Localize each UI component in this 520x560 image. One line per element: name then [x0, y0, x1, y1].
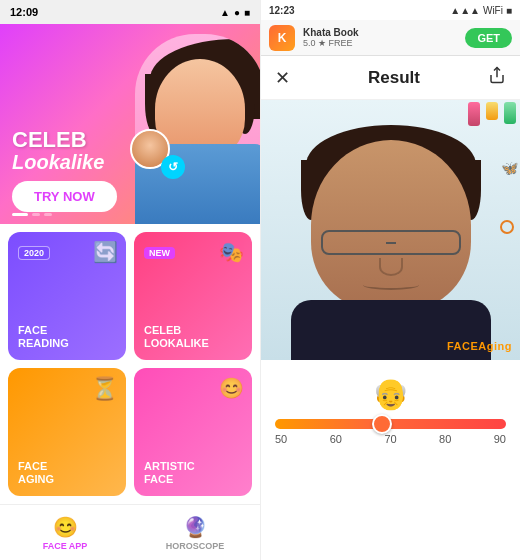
face-aging-watermark: FACEAging: [447, 340, 512, 352]
horoscope-icon: 🔮: [183, 515, 208, 539]
face-app-label: FACE APP: [43, 541, 88, 551]
face-image-area: 🦋 FACEAging: [261, 100, 520, 360]
hero-dot-1: [12, 213, 28, 216]
face-app-icon: 😊: [53, 515, 78, 539]
status-bar-left: 12:09 ▲ ● ■: [0, 0, 260, 24]
ad-get-button[interactable]: GET: [465, 28, 512, 48]
face-aging-label: FACEAGING: [18, 460, 116, 486]
face-reading-label: FACEREADING: [18, 324, 116, 350]
menu-item-artistic-face[interactable]: ARTISTICFACE 😊: [134, 368, 252, 496]
celeb-lookalike-badge: NEW: [144, 247, 175, 259]
hero-dot-3: [44, 213, 52, 216]
result-glasses: [321, 230, 461, 255]
butterfly-icon: 🦋: [501, 160, 518, 176]
signal-icon-right: ▲▲▲: [450, 5, 480, 16]
age-label-50: 50: [275, 433, 287, 445]
nav-item-horoscope[interactable]: 🔮 HOROSCOPE: [130, 515, 260, 551]
menu-item-face-aging[interactable]: FACEAGING ⏳: [8, 368, 126, 496]
close-button[interactable]: ✕: [275, 67, 290, 89]
ad-bar: K Khata Book 5.0 ★ FREE GET: [261, 20, 520, 56]
face-silhouette: [291, 120, 491, 360]
face-aging-icon: ⏳: [91, 376, 118, 402]
age-indicator: [372, 414, 392, 434]
age-label-90: 90: [494, 433, 506, 445]
status-icons-left: ▲ ● ■: [220, 7, 250, 18]
age-bar-container: 50 60 70 80 90: [275, 419, 506, 445]
hero-lookalike-label: Lookalike: [12, 151, 117, 173]
ad-app-icon: K: [269, 25, 295, 51]
grid-menu: 2020 FACEREADING 🔄 NEW CELEBLOOKALIKE 🎭 …: [0, 224, 260, 504]
battery-icon-right: ■: [506, 5, 512, 16]
left-panel: 12:09 ▲ ● ■ ↺ CELEB Lookalike TRY NOW: [0, 0, 260, 560]
age-label-80: 80: [439, 433, 451, 445]
menu-item-celeb-lookalike[interactable]: NEW CELEBLOOKALIKE 🎭: [134, 232, 252, 360]
hero-dot-2: [32, 213, 40, 216]
result-title: Result: [300, 68, 488, 88]
deco-item-3: [504, 102, 516, 124]
arrow-icon: ↺: [161, 155, 185, 179]
artistic-face-label: ARTISTICFACE: [144, 460, 242, 486]
result-header: ✕ Result: [261, 56, 520, 100]
celeb-lookalike-icon: 🎭: [219, 240, 244, 264]
age-emoji: 👴: [372, 376, 409, 411]
battery-icon: ■: [244, 7, 250, 18]
signal-icon: ▲: [220, 7, 230, 18]
deco-circle: [500, 220, 514, 234]
face-reading-badge: 2020: [18, 246, 50, 260]
wifi-icon: ●: [234, 7, 240, 18]
result-mouth: [363, 280, 419, 290]
watermark-aging: Aging: [478, 340, 512, 352]
ad-icon-letter: K: [278, 31, 287, 45]
time-right: 12:23: [269, 5, 295, 16]
wifi-icon-right: WiFi: [483, 5, 503, 16]
watermark-face: FACE: [447, 340, 478, 352]
right-panel: 12:23 ▲▲▲ WiFi ■ K Khata Book 5.0 ★ FREE…: [260, 0, 520, 560]
age-meter: 👴 50 60 70 80 90: [261, 360, 520, 455]
ad-title: Khata Book: [303, 27, 457, 38]
age-label-70: 70: [384, 433, 396, 445]
hero-dots: [12, 213, 52, 216]
age-label-60: 60: [330, 433, 342, 445]
status-icons-right: ▲▲▲ WiFi ■: [450, 5, 512, 16]
result-nose: [379, 258, 403, 276]
ad-rating: 5.0 ★ FREE: [303, 38, 457, 48]
hero-text: CELEB Lookalike TRY NOW: [12, 129, 117, 212]
ad-text: Khata Book 5.0 ★ FREE: [303, 27, 457, 48]
nav-item-face-app[interactable]: 😊 FACE APP: [0, 515, 130, 551]
celeb-lookalike-label: CELEBLOOKALIKE: [144, 324, 242, 350]
time-left: 12:09: [10, 6, 38, 18]
face-reading-icon: 🔄: [93, 240, 118, 264]
status-bar-right: 12:23 ▲▲▲ WiFi ■: [261, 0, 520, 20]
hero-banner: ↺ CELEB Lookalike TRY NOW: [0, 24, 260, 224]
menu-item-face-reading[interactable]: 2020 FACEREADING 🔄: [8, 232, 126, 360]
horoscope-label: HOROSCOPE: [166, 541, 225, 551]
try-now-button[interactable]: TRY NOW: [12, 181, 117, 212]
hero-celeb-label: CELEB: [12, 129, 117, 151]
deco-item-2: [486, 102, 498, 120]
share-button[interactable]: [488, 66, 506, 89]
bottom-nav: 😊 FACE APP 🔮 HOROSCOPE: [0, 504, 260, 560]
artistic-face-icon: 😊: [219, 376, 244, 400]
age-labels: 50 60 70 80 90: [275, 433, 506, 445]
